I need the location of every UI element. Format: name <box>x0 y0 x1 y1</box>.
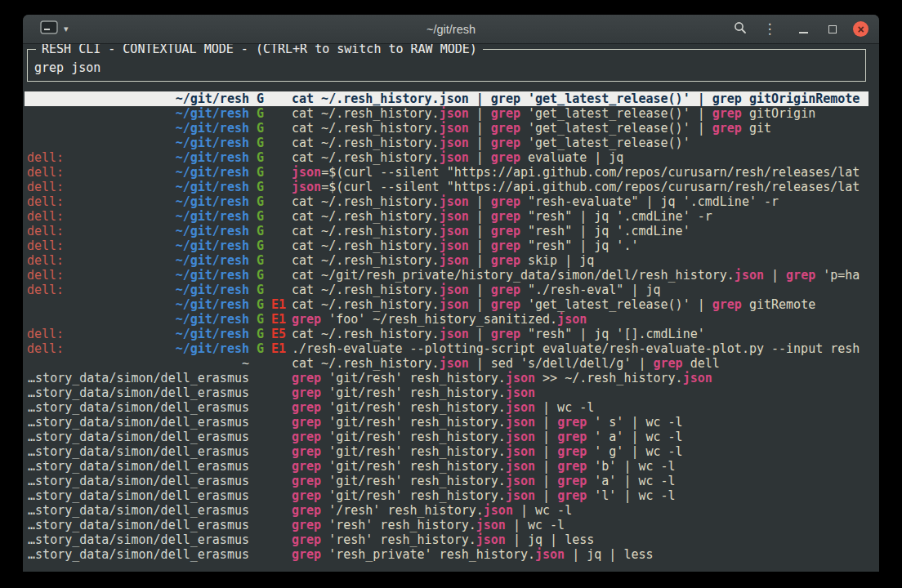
history-row[interactable]: …story_data/simon/dell_erasmus grep 'git… <box>27 400 866 415</box>
history-row[interactable]: ~/git/resh G E1 grep 'foo' ~/resh_histor… <box>27 312 866 327</box>
context-column: ~/git/resh <box>27 121 249 136</box>
context-column: …story_data/simon/dell_erasmus <box>27 503 249 518</box>
context-column: dell:~/git/resh <box>27 238 249 253</box>
context-column: …story_data/simon/dell_erasmus <box>27 547 249 562</box>
host-label: dell: <box>27 165 64 180</box>
history-row[interactable]: …story_data/simon/dell_erasmus grep '/re… <box>27 503 866 518</box>
context-column: …story_data/simon/dell_erasmus <box>27 488 249 503</box>
git-exit-flags <box>249 503 292 518</box>
command-text: grep 'git/resh' resh_history.json | grep… <box>292 444 866 459</box>
directory-label: ~/git/resh <box>176 106 249 121</box>
context-column: …story_data/simon/dell_erasmus <box>27 459 249 474</box>
command-text: cat ~/.resh_history.json | grep 'get_lat… <box>292 91 866 106</box>
command-text: grep '/resh' resh_history.json | wc -l <box>292 503 866 518</box>
command-text: json=$(curl --silent "https://api.github… <box>292 165 866 180</box>
history-row[interactable]: dell:~/git/resh G cat ~/.resh_history.js… <box>27 283 866 297</box>
history-row[interactable]: ~/git/resh G cat ~/.resh_history.json | … <box>27 121 866 136</box>
terminal-window: ~/git/resh ▾ ⋮ <box>23 15 879 572</box>
history-row[interactable]: …story_data/simon/dell_erasmus grep 'git… <box>27 371 866 385</box>
command-text: cat ~/.resh_history.json | grep 'get_lat… <box>292 297 866 312</box>
git-exit-flags: G <box>249 136 292 150</box>
context-column: dell:~/git/resh <box>27 150 249 165</box>
history-row[interactable]: dell:~/git/resh G cat ~/.resh_history.js… <box>27 224 866 238</box>
history-row[interactable]: dell:~/git/resh G cat ~/.resh_history.js… <box>27 209 866 224</box>
history-row[interactable]: dell:~/git/resh G json=$(curl --silent "… <box>27 165 866 180</box>
history-row[interactable]: dell:~/git/resh G cat ~/.resh_history.js… <box>27 150 866 165</box>
search-query-input[interactable]: grep json <box>34 60 859 75</box>
context-column: dell:~/git/resh <box>27 209 249 224</box>
context-column: ~/git/resh <box>27 136 249 150</box>
directory-label: ~/git/resh <box>176 283 249 297</box>
directory-label: …story_data/simon/dell_erasmus <box>28 385 249 400</box>
git-exit-flags: G <box>249 253 292 268</box>
host-label: dell: <box>27 238 64 253</box>
restore-button[interactable] <box>822 19 843 40</box>
history-row[interactable]: ~/git/resh G cat ~/.resh_history.json | … <box>25 91 869 106</box>
history-row[interactable]: …story_data/simon/dell_erasmus grep 'git… <box>27 385 866 400</box>
history-row[interactable]: …story_data/simon/dell_erasmus grep 'res… <box>27 547 866 562</box>
history-row[interactable]: …story_data/simon/dell_erasmus grep 'git… <box>27 430 866 444</box>
history-row[interactable]: ~/git/resh G E1 cat ~/.resh_history.json… <box>27 297 866 312</box>
host-label: dell: <box>27 253 64 268</box>
search-button[interactable] <box>730 19 751 40</box>
context-column: ~/git/resh <box>27 312 249 327</box>
directory-label: ~ <box>242 356 249 371</box>
menu-button[interactable]: ⋮ <box>759 19 780 40</box>
git-exit-flags <box>249 385 292 400</box>
context-column: dell:~/git/resh <box>27 341 249 356</box>
history-row[interactable]: dell:~/git/resh G E1 ./resh-evaluate --p… <box>27 341 866 356</box>
context-column: …story_data/simon/dell_erasmus <box>27 415 249 430</box>
history-row[interactable]: …story_data/simon/dell_erasmus grep 'git… <box>27 488 866 503</box>
git-exit-flags: G <box>249 121 292 136</box>
history-row[interactable]: dell:~/git/resh G cat ~/git/resh_private… <box>27 268 866 283</box>
command-text: cat ~/.resh_history.json | grep 'get_lat… <box>292 121 866 136</box>
command-text: cat ~/git/resh_private/history_data/simo… <box>292 268 866 283</box>
directory-label: ~/git/resh <box>176 194 249 209</box>
git-exit-flags <box>249 356 292 371</box>
minimize-button[interactable] <box>793 19 814 40</box>
restore-icon <box>828 25 837 33</box>
git-exit-flags <box>249 474 292 488</box>
git-exit-flags <box>249 459 292 474</box>
directory-label: …story_data/simon/dell_erasmus <box>28 459 249 474</box>
host-label: dell: <box>27 180 64 194</box>
history-row[interactable]: …story_data/simon/dell_erasmus grep 'res… <box>27 532 866 547</box>
command-text: grep 'resh' resh_history.json | jq | les… <box>292 532 866 547</box>
directory-label: ~/git/resh <box>176 150 249 165</box>
git-exit-flags <box>249 547 292 562</box>
history-row[interactable]: ~ cat ~/.resh_history.json | sed 's/dell… <box>27 356 866 371</box>
history-row[interactable]: …story_data/simon/dell_erasmus grep 'git… <box>27 459 866 474</box>
titlebar[interactable]: ~/git/resh ▾ ⋮ <box>23 15 879 44</box>
history-row[interactable]: dell:~/git/resh G cat ~/.resh_history.js… <box>27 194 866 209</box>
command-text: grep 'git/resh' resh_history.json | wc -… <box>292 400 866 415</box>
command-text: cat ~/.resh_history.json | grep evaluate… <box>292 150 866 165</box>
history-row[interactable]: dell:~/git/resh G json=$(curl --silent "… <box>27 180 866 194</box>
git-exit-flags <box>249 400 292 415</box>
directory-label: ~/git/resh <box>176 327 249 341</box>
history-row[interactable]: …story_data/simon/dell_erasmus grep 'git… <box>27 415 866 430</box>
directory-label: …story_data/simon/dell_erasmus <box>28 430 249 444</box>
directory-label: ~/git/resh <box>176 165 249 180</box>
history-row[interactable]: …story_data/simon/dell_erasmus grep 'res… <box>27 518 866 532</box>
git-exit-flags <box>249 532 292 547</box>
command-text: cat ~/.resh_history.json | grep "./resh-… <box>292 283 866 297</box>
history-row[interactable]: …story_data/simon/dell_erasmus grep 'git… <box>27 444 866 459</box>
history-row[interactable]: dell:~/git/resh G cat ~/.resh_history.js… <box>27 238 866 253</box>
history-row[interactable]: dell:~/git/resh G cat ~/.resh_history.js… <box>27 253 866 268</box>
history-row[interactable]: dell:~/git/resh G E5 cat ~/.resh_history… <box>27 327 866 341</box>
history-row[interactable]: …story_data/simon/dell_erasmus grep 'git… <box>27 474 866 488</box>
history-row[interactable]: ~/git/resh G cat ~/.resh_history.json | … <box>27 136 866 150</box>
command-text: cat ~/.resh_history.json | grep "resh" |… <box>292 327 866 341</box>
command-text: cat ~/.resh_history.json | grep "resh-ev… <box>292 194 866 209</box>
directory-label: ~/git/resh <box>176 136 249 150</box>
git-exit-flags: G <box>249 283 292 297</box>
chevron-down-icon: ▾ <box>64 24 69 34</box>
resh-search-box: RESH CLI - CONTEXTUAL MODE - (CTRL+R to … <box>27 49 866 82</box>
history-row[interactable]: ~/git/resh G cat ~/.resh_history.json | … <box>27 106 866 121</box>
close-button[interactable]: × <box>853 21 869 37</box>
command-text: json=$(curl --silent "https://api.github… <box>292 180 866 194</box>
host-label: dell: <box>27 268 64 283</box>
context-column: dell:~/git/resh <box>27 283 249 297</box>
tab-switcher-button[interactable]: ▾ <box>35 18 74 40</box>
git-exit-flags <box>249 371 292 385</box>
